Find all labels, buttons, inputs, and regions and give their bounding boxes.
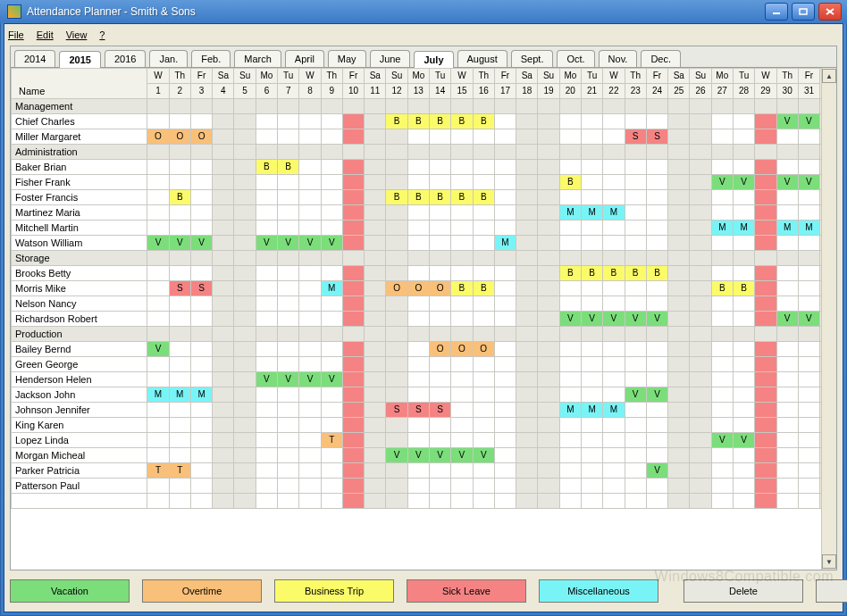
day-cell[interactable] [625, 251, 646, 266]
day-cell[interactable] [234, 418, 256, 433]
day-cell[interactable] [473, 494, 494, 509]
day-cell[interactable] [365, 190, 386, 205]
day-cell[interactable] [516, 114, 538, 129]
day-cell[interactable] [711, 342, 733, 357]
day-cell[interactable]: V [256, 372, 277, 387]
day-cell[interactable] [234, 296, 256, 312]
day-cell[interactable] [365, 114, 386, 129]
day-cell[interactable] [538, 312, 559, 327]
day-cell[interactable] [299, 160, 321, 175]
exit-button[interactable]: Exit [816, 579, 847, 603]
day-cell[interactable]: V [603, 312, 625, 327]
day-cell[interactable] [776, 372, 798, 387]
day-cell[interactable] [603, 296, 625, 312]
day-cell[interactable] [278, 387, 299, 403]
day-cell[interactable] [473, 205, 494, 221]
day-cell[interactable] [690, 251, 711, 266]
day-cell[interactable] [407, 494, 429, 509]
day-cell[interactable] [234, 281, 256, 296]
day-cell[interactable] [798, 145, 819, 160]
day-cell[interactable]: M [776, 221, 798, 236]
day-cell[interactable] [559, 418, 581, 433]
day-cell[interactable] [798, 342, 819, 357]
day-cell[interactable] [690, 494, 711, 509]
day-cell[interactable]: B [625, 266, 646, 281]
day-cell[interactable] [234, 266, 256, 281]
tab[interactable]: August [457, 50, 507, 67]
day-cell[interactable] [256, 221, 277, 236]
day-cell[interactable] [733, 372, 754, 387]
day-cell[interactable] [430, 221, 451, 236]
day-cell[interactable] [213, 221, 234, 236]
day-cell[interactable] [169, 266, 190, 281]
day-cell[interactable] [494, 129, 516, 145]
day-cell[interactable] [690, 221, 711, 236]
day-cell[interactable] [473, 418, 494, 433]
day-cell[interactable] [776, 463, 798, 479]
day-cell[interactable] [625, 403, 646, 418]
day-cell[interactable] [581, 251, 602, 266]
day-cell[interactable]: B [451, 281, 473, 296]
day-cell[interactable] [342, 190, 364, 205]
day-cell[interactable] [213, 296, 234, 312]
day-cell[interactable] [190, 296, 212, 312]
day-cell[interactable] [321, 479, 342, 494]
day-cell[interactable] [213, 205, 234, 221]
day-cell[interactable] [430, 433, 451, 448]
day-cell[interactable]: B [386, 190, 407, 205]
day-cell[interactable] [299, 99, 321, 114]
day-cell[interactable] [668, 99, 690, 114]
day-cell[interactable] [776, 251, 798, 266]
day-cell[interactable] [147, 448, 169, 463]
day-cell[interactable] [278, 448, 299, 463]
day-cell[interactable] [256, 296, 277, 312]
day-cell[interactable]: T [321, 433, 342, 448]
day-cell[interactable] [494, 403, 516, 418]
day-cell[interactable] [473, 145, 494, 160]
day-cell[interactable]: B [581, 266, 602, 281]
day-cell[interactable] [538, 251, 559, 266]
day-cell[interactable] [646, 372, 667, 387]
day-cell[interactable] [430, 494, 451, 509]
day-cell[interactable] [451, 145, 473, 160]
day-cell[interactable] [278, 433, 299, 448]
day-cell[interactable] [407, 433, 429, 448]
day-cell[interactable] [668, 205, 690, 221]
day-cell[interactable] [190, 372, 212, 387]
day-cell[interactable] [625, 433, 646, 448]
day-cell[interactable] [559, 236, 581, 251]
day-cell[interactable] [386, 236, 407, 251]
day-cell[interactable]: O [147, 129, 169, 145]
day-cell[interactable] [559, 433, 581, 448]
day-cell[interactable] [559, 296, 581, 312]
day-cell[interactable] [321, 251, 342, 266]
day-cell[interactable] [668, 160, 690, 175]
day-cell[interactable] [733, 342, 754, 357]
day-cell[interactable] [516, 494, 538, 509]
day-cell[interactable] [776, 403, 798, 418]
day-cell[interactable] [278, 403, 299, 418]
day-cell[interactable] [342, 342, 364, 357]
group-row[interactable]: Storage [12, 251, 836, 266]
day-cell[interactable] [365, 327, 386, 342]
day-cell[interactable]: V [430, 448, 451, 463]
day-cell[interactable] [690, 463, 711, 479]
day-cell[interactable] [603, 463, 625, 479]
day-cell[interactable]: B [407, 114, 429, 129]
day-cell[interactable] [625, 221, 646, 236]
day-cell[interactable] [711, 448, 733, 463]
day-cell[interactable] [581, 448, 602, 463]
day-cell[interactable] [625, 479, 646, 494]
day-cell[interactable] [234, 448, 256, 463]
day-cell[interactable] [711, 145, 733, 160]
day-cell[interactable] [321, 418, 342, 433]
day-cell[interactable] [256, 99, 277, 114]
day-cell[interactable] [494, 114, 516, 129]
day-cell[interactable] [516, 479, 538, 494]
day-cell[interactable] [169, 205, 190, 221]
day-cell[interactable] [581, 327, 602, 342]
day-cell[interactable] [668, 281, 690, 296]
day-cell[interactable]: S [430, 403, 451, 418]
day-cell[interactable] [516, 342, 538, 357]
day-cell[interactable] [581, 387, 602, 403]
